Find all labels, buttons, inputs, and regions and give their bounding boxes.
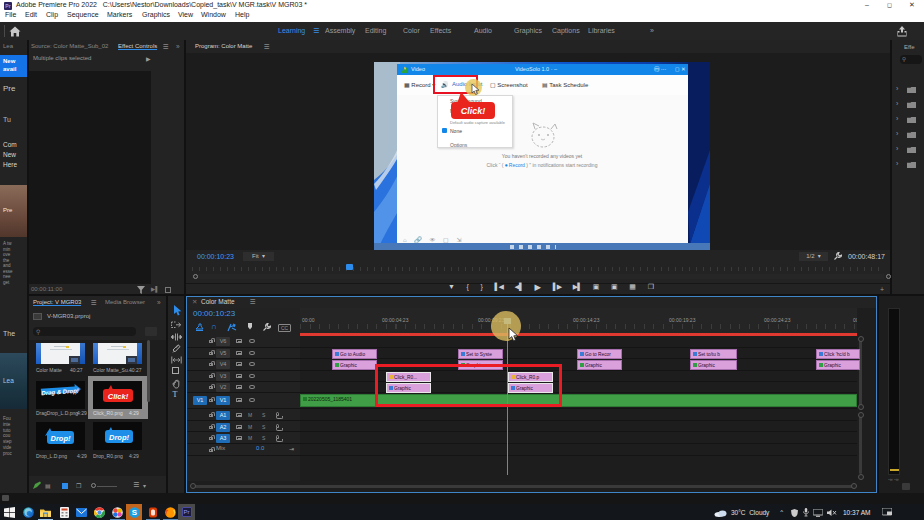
svg-text:Click!: Click!: [461, 106, 486, 116]
svg-text:Drop!: Drop!: [51, 434, 71, 443]
svg-text:S: S: [131, 508, 137, 517]
svg-text:Drag & Drop!: Drag & Drop!: [41, 388, 79, 397]
svg-text:Drop!: Drop!: [109, 433, 129, 442]
svg-text:Click!: Click!: [108, 392, 129, 401]
